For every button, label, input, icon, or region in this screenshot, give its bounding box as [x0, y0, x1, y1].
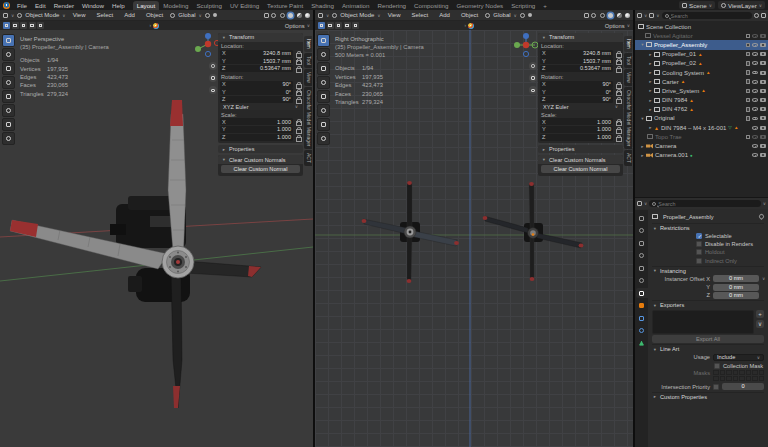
- transform-tool[interactable]: [317, 104, 330, 117]
- add-exporter-button[interactable]: +: [756, 310, 764, 318]
- outliner-row-propeller-assembly[interactable]: ▾Propeller_Assembly: [635, 40, 768, 49]
- lock-icon[interactable]: [615, 96, 621, 102]
- menu-view[interactable]: View: [69, 12, 90, 18]
- rotation-z-field[interactable]: Z90°: [540, 96, 613, 103]
- tab-texture-paint[interactable]: Texture Paint: [263, 1, 307, 10]
- navigation-gizmo[interactable]: [193, 32, 219, 58]
- outliner-row-din-7984[interactable]: ▸DIN 7984▲: [635, 96, 768, 105]
- select-mode-set-icon[interactable]: [318, 22, 325, 29]
- sidebar-tab-item[interactable]: Item: [624, 36, 632, 52]
- scale-z-field[interactable]: Z1.000: [220, 134, 293, 141]
- material-ball-icon[interactable]: [153, 23, 159, 29]
- exclude-checkbox[interactable]: [746, 89, 751, 94]
- tab-modeling[interactable]: Modeling: [159, 1, 192, 10]
- sidebar-tab-act[interactable]: ACT: [304, 150, 312, 166]
- lock-icon[interactable]: [295, 96, 301, 102]
- properties-subpanel-header[interactable]: ▸Properties: [218, 145, 303, 154]
- expand-arrow-icon[interactable]: ▸: [647, 70, 654, 75]
- outliner-row-topo-trae[interactable]: Topo Trae: [635, 132, 768, 141]
- expand-arrow-icon[interactable]: ▸: [647, 125, 654, 130]
- rotation-y-field[interactable]: Y0°: [540, 88, 613, 95]
- exclude-checkbox[interactable]: [746, 79, 751, 84]
- export-all-button[interactable]: Export All: [652, 335, 764, 343]
- tab-view-layer[interactable]: [636, 251, 648, 261]
- select-mode-extend-icon[interactable]: [327, 22, 334, 29]
- exporters-panel-header[interactable]: ▾Exporters: [652, 300, 764, 309]
- exclude-checkbox[interactable]: [746, 52, 751, 57]
- render-visibility-icon[interactable]: [760, 80, 766, 84]
- outliner-search[interactable]: [662, 12, 752, 19]
- pan-hand-icon[interactable]: [209, 74, 217, 82]
- render-visibility-icon[interactable]: [760, 71, 766, 75]
- mode-selector[interactable]: Object Mode: [25, 12, 59, 18]
- chevron-right-icon[interactable]: ›: [465, 23, 467, 28]
- gizmo-toggle-icon[interactable]: [264, 13, 269, 18]
- outliner-row-camera-001[interactable]: ▸Camera.001●: [635, 151, 768, 160]
- select-mode-subtract-icon[interactable]: [335, 22, 342, 29]
- rotate-tool[interactable]: [317, 76, 330, 89]
- snap-magnet-icon[interactable]: [520, 13, 525, 18]
- select-mode-extend-icon[interactable]: [12, 22, 19, 29]
- annotate-tool[interactable]: [2, 118, 15, 131]
- transform-panel-header[interactable]: ▾Transform: [538, 33, 623, 42]
- rotation-mode-dropdown[interactable]: XYZ Euler∨: [220, 103, 301, 110]
- collection-mask-checkbox[interactable]: [714, 363, 720, 369]
- shading-rendered-icon[interactable]: [625, 13, 630, 18]
- render-visibility-icon[interactable]: [760, 135, 766, 139]
- mode-selector[interactable]: Object Mode: [340, 12, 374, 18]
- expand-arrow-icon[interactable]: ▸: [647, 107, 654, 112]
- tab-collection[interactable]: [636, 288, 648, 298]
- expand-arrow-icon[interactable]: ▸: [647, 79, 654, 84]
- sidebar-tab-view[interactable]: View: [624, 69, 632, 86]
- tab-compositing[interactable]: Compositing: [410, 1, 452, 10]
- expand-arrow-icon[interactable]: ▸: [647, 61, 654, 66]
- outliner-row-cooling-system[interactable]: ▸Cooling System▲: [635, 68, 768, 77]
- camera-view-icon[interactable]: [529, 86, 537, 94]
- render-visibility-icon[interactable]: [760, 52, 766, 56]
- view-layer-selector[interactable]: ViewLayer ∨: [718, 1, 765, 9]
- shading-material-icon[interactable]: [297, 13, 302, 18]
- tab-scene[interactable]: [636, 263, 648, 273]
- shading-solid-icon[interactable]: [288, 13, 293, 18]
- viewport-right-canvas[interactable]: Right Orthographic (35) Propeller_Assemb…: [315, 30, 633, 447]
- tool-options-dropdown[interactable]: Options ∨: [605, 23, 630, 29]
- select-mode-invert-icon[interactable]: [344, 22, 351, 29]
- select-box-tool[interactable]: [2, 34, 15, 47]
- expand-arrow-icon[interactable]: ▸: [647, 52, 654, 57]
- gizmo-toggle-icon[interactable]: [584, 13, 589, 18]
- editor-type-icon[interactable]: [318, 13, 323, 18]
- select-mode-invert-icon[interactable]: [29, 22, 36, 29]
- move-tool[interactable]: [2, 62, 15, 75]
- hide-eye-icon[interactable]: [752, 71, 758, 75]
- location-x-field[interactable]: X3240.8 mm: [540, 50, 613, 57]
- rotation-x-field[interactable]: X90°: [540, 81, 613, 88]
- orientation-selector[interactable]: Global: [178, 12, 195, 18]
- sidebar-tab-tool[interactable]: Tool: [304, 53, 312, 68]
- sidebar-tab-chocofur[interactable]: Chocofur Model Manager: [304, 87, 312, 149]
- proportional-editing-icon[interactable]: [213, 13, 217, 17]
- disable-in-renders-checkbox[interactable]: [696, 241, 702, 247]
- hide-eye-icon[interactable]: [752, 153, 758, 157]
- lock-icon[interactable]: [615, 81, 621, 87]
- menu-select[interactable]: Select: [408, 12, 433, 18]
- clear-custom-normals-header[interactable]: ▾Clear Custom Normals: [218, 155, 303, 164]
- tab-scripting[interactable]: Scripting: [507, 1, 539, 10]
- hide-eye-icon[interactable]: [752, 43, 758, 47]
- expand-arrow-icon[interactable]: ▾: [639, 116, 646, 121]
- lock-icon[interactable]: [295, 65, 301, 71]
- hide-eye-icon[interactable]: [752, 144, 758, 148]
- viewport-left-canvas[interactable]: User Perspective (35) Propeller_Assembly…: [0, 30, 313, 447]
- hide-eye-icon[interactable]: [752, 52, 758, 56]
- rotation-x-field[interactable]: X90°: [220, 81, 293, 88]
- location-z-field[interactable]: Z0.53647 mm: [220, 65, 293, 72]
- new-collection-icon[interactable]: [761, 13, 766, 18]
- clear-custom-normal-button[interactable]: Clear Custom Normal: [541, 165, 620, 173]
- menu-render[interactable]: Render: [50, 2, 78, 9]
- hide-eye-icon[interactable]: [752, 98, 758, 102]
- hide-eye-icon[interactable]: [752, 135, 758, 139]
- zoom-icon[interactable]: [209, 62, 217, 70]
- properties-search-input[interactable]: [658, 201, 757, 207]
- instancer-offset-x-field[interactable]: 0 mm: [713, 275, 759, 282]
- location-x-field[interactable]: X3240.8 mm: [220, 50, 293, 57]
- exclude-checkbox[interactable]: [746, 34, 751, 39]
